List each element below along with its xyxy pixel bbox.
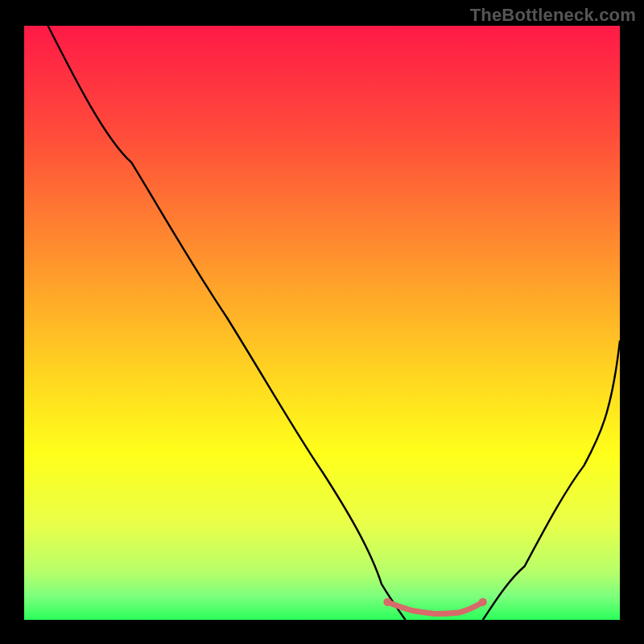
chart-curves: [24, 26, 620, 620]
svg-point-1: [383, 598, 391, 606]
plot-area: [24, 26, 620, 620]
bottleneck-curve-left: [48, 26, 406, 620]
bottleneck-curve-right: [483, 341, 620, 620]
watermark-text: TheBottleneck.com: [470, 5, 636, 26]
svg-point-2: [479, 598, 487, 606]
chart-container: TheBottleneck.com: [0, 0, 644, 644]
